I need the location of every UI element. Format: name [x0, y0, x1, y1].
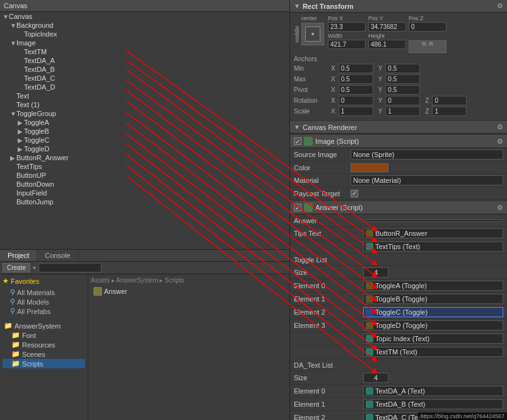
width-input[interactable]: [328, 40, 366, 49]
hierarchy-item-togglec[interactable]: ToggleC: [0, 136, 289, 144]
assets-item-font[interactable]: 📁Font: [3, 330, 85, 340]
answer-enabled-checkbox[interactable]: [294, 204, 301, 211]
rot-z-input[interactable]: [432, 96, 467, 105]
hierarchy-item-buttonjump[interactable]: ButtonJump: [0, 197, 289, 206]
scale-z-input[interactable]: [432, 107, 467, 116]
toggle-size-row: Size 4: [290, 266, 507, 279]
hierarchy-item-toggled[interactable]: ToggleD: [0, 144, 289, 153]
answer-script-header[interactable]: Answer (Script) ⚙: [290, 201, 507, 214]
hierarchy-item-togglea[interactable]: ToggleA: [0, 118, 289, 127]
image-component-icon: [304, 137, 313, 146]
rt-settings-icon[interactable]: ⚙: [497, 2, 503, 10]
da-size-label: Size: [294, 374, 363, 382]
assets-item-answersystem[interactable]: 📁AnswerSystem: [3, 321, 85, 330]
pivot-y-input[interactable]: [385, 85, 420, 95]
hierarchy-item-inputfield[interactable]: InputField: [0, 189, 289, 197]
image-settings-icon[interactable]: ⚙: [497, 137, 503, 146]
fav-item-all-models[interactable]: ⚲All Models: [3, 297, 85, 306]
da-size-value[interactable]: 4: [363, 373, 388, 383]
pos-z-input[interactable]: [409, 22, 446, 32]
max-y-input[interactable]: [385, 74, 420, 84]
hierarchy-item-background[interactable]: Background: [0, 21, 289, 30]
rot-x-input[interactable]: [339, 96, 373, 105]
max-x-input[interactable]: [339, 74, 373, 84]
topicindex-value[interactable]: Topic Index (Text): [363, 334, 503, 344]
canvas-renderer-header[interactable]: ▼ Canvas Renderer ⚙: [290, 121, 507, 134]
hierarchy-item-textda_b[interactable]: TextDA_B: [0, 65, 289, 74]
texttm-text: TextTM (Text): [375, 348, 417, 356]
hierarchy-item-textda_d[interactable]: TextDA_D: [0, 83, 289, 91]
pivot-x-input[interactable]: [339, 85, 373, 95]
canvas-renderer-title: Canvas Renderer: [303, 124, 357, 131]
search-input[interactable]: [38, 263, 102, 272]
tips-obj-icon: [366, 230, 373, 237]
da-size-row: Size 4: [290, 371, 507, 385]
da-element-row: Element 0 TextDA_A (Text): [290, 385, 507, 398]
fav-item-all-prefabs[interactable]: ⚲All Prefabs: [3, 306, 85, 316]
hierarchy-item-buttondown[interactable]: ButtonDown: [0, 180, 289, 189]
scale-x-input[interactable]: [339, 107, 373, 116]
pos-x-label: Pos X: [328, 15, 366, 21]
pos-x-input[interactable]: [328, 22, 366, 32]
image-script-title: Image (Script): [315, 137, 359, 145]
answer-component-icon: [304, 203, 313, 212]
hierarchy-item-text1[interactable]: Text (1): [0, 100, 289, 109]
rot-y-input[interactable]: [385, 96, 420, 105]
rotation-label: Rotation: [294, 97, 329, 104]
min-label: Min: [294, 65, 329, 72]
hierarchy-item-topicindex[interactable]: TopicIndex: [0, 30, 289, 38]
tab-console[interactable]: Console: [37, 250, 78, 261]
cr-settings-icon[interactable]: ⚙: [497, 123, 503, 131]
toggle-element-row: Element 1 ToggleB (Toggle): [290, 293, 507, 306]
assets-item-scenes[interactable]: 📁Scenes: [3, 349, 85, 359]
hierarchy-item-buttonup[interactable]: ButtonUP: [0, 171, 289, 180]
rt-extra: R: R: [409, 40, 446, 53]
hierarchy-item-textda_a[interactable]: TextDA_A: [0, 56, 289, 65]
texttm-value[interactable]: TextTM (Text): [363, 347, 503, 357]
hierarchy-item-buttonr_answer[interactable]: ButtonR_Answer: [0, 153, 289, 162]
rect-transform-header[interactable]: ▼ Rect Transform ⚙: [290, 0, 507, 13]
toggle-element-row: Element 2 ToggleC (Toggle): [290, 306, 507, 319]
answer-content-item[interactable]: Answer: [91, 286, 287, 296]
raycast-checkbox[interactable]: [351, 190, 358, 197]
tips-obj-icon2: [366, 243, 373, 250]
bottom-section: Project Console Create ▾ ★ Favorites ⚲Al…: [0, 250, 289, 420]
height-input[interactable]: [368, 40, 406, 49]
toggle-list-row: Toggle List: [290, 254, 507, 266]
tab-project[interactable]: Project: [0, 250, 37, 261]
assets-item-resources[interactable]: 📁Resources: [3, 340, 85, 349]
size-label: Size: [294, 269, 363, 276]
source-image-value[interactable]: None (Sprite): [351, 149, 503, 160]
hierarchy-item-texttm[interactable]: TextTM: [0, 47, 289, 56]
answer-icon: [93, 287, 102, 296]
pos-y-input[interactable]: [368, 22, 406, 32]
material-label: Material: [294, 177, 351, 184]
tips-text-row: Tips Text ButtonR_Answer: [290, 227, 507, 240]
hierarchy-item-canvas[interactable]: Canvas: [0, 12, 289, 21]
hierarchy-item-image[interactable]: Image: [0, 38, 289, 47]
hierarchy-item-textda_c[interactable]: TextDA_C: [0, 74, 289, 83]
tips-text2-row: TextTips (Text): [290, 240, 507, 254]
min-y-input[interactable]: [385, 64, 420, 73]
color-swatch[interactable]: [351, 163, 388, 172]
image-script-header[interactable]: Image (Script) ⚙: [290, 135, 507, 148]
hierarchy-item-toggleb[interactable]: ToggleB: [0, 127, 289, 136]
scale-y-input[interactable]: [385, 107, 420, 116]
hierarchy-item-texttips[interactable]: TextTips: [0, 162, 289, 171]
tips-text-value[interactable]: ButtonR_Answer: [363, 228, 503, 238]
tips-text-value2[interactable]: TextTips (Text): [363, 242, 503, 252]
size-value[interactable]: 4: [363, 267, 388, 277]
answer-settings-icon[interactable]: ⚙: [497, 204, 503, 212]
image-enabled-checkbox[interactable]: [294, 137, 301, 145]
assets-tree-container: 📁AnswerSystem📁Font📁Resources📁Scenes📁Scri…: [3, 321, 85, 368]
assets-item-scripts[interactable]: 📁Scripts: [3, 359, 85, 368]
material-value[interactable]: None (Material): [351, 175, 503, 185]
create-button[interactable]: Create: [3, 263, 30, 272]
min-x-input[interactable]: [339, 64, 373, 73]
color-row: Color: [290, 161, 507, 174]
fav-item-all-materials[interactable]: ⚲All Materials: [3, 288, 85, 297]
hierarchy-item-togglegroup[interactable]: ToggleGroup: [0, 109, 289, 118]
anchor-box[interactable]: [301, 23, 324, 45]
hierarchy-item-text[interactable]: Text: [0, 91, 289, 100]
da-text-row: DA_Text List: [290, 359, 507, 371]
